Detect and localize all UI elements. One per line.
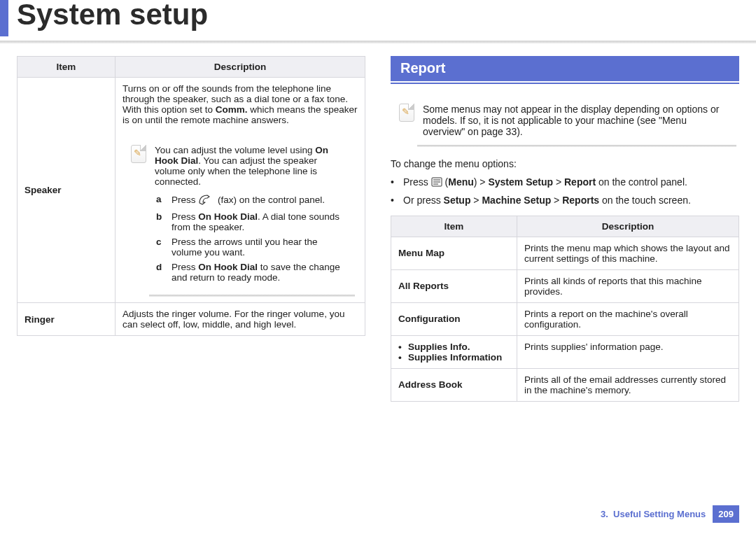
page-title: System setup <box>17 0 208 29</box>
cell-description: Prints all of the email addresses curren… <box>517 368 739 401</box>
left-column: Item Description Speaker Turns on or off… <box>17 56 365 402</box>
section-heading-report: Report <box>391 56 739 81</box>
note-underline <box>417 145 736 147</box>
cell-description: Adjusts the ringer volume. For the ringe… <box>115 303 365 336</box>
cell-item: Supplies Info. Supplies Information <box>391 335 517 368</box>
note-text: You can adjust the volume level using <box>155 145 315 155</box>
variant: Supplies Info. <box>398 342 510 352</box>
txt: > <box>470 195 482 206</box>
txt: Press <box>403 176 431 188</box>
txt: Or press <box>403 195 444 206</box>
chapter-title: Useful Setting Menus <box>613 509 706 519</box>
table-row: Address Book Prints all of the email add… <box>391 368 739 401</box>
table-header-row: Item Description <box>18 57 365 78</box>
col-description: Description <box>517 216 739 237</box>
step-d: Press On Hook Dial to save the change an… <box>167 262 348 283</box>
report-table: Item Description Menu Map Prints the men… <box>391 216 739 402</box>
item-variants: Supplies Info. Supplies Information <box>398 342 510 363</box>
txt: ( <box>442 176 449 188</box>
txt: on the touch screen. <box>599 195 691 206</box>
note-box: You can adjust the volume level using On… <box>122 136 358 297</box>
note-content: Some menus may not appear in the display… <box>423 104 729 137</box>
cell-item: Ringer <box>18 303 115 336</box>
right-column: Report Some menus may not appear in the … <box>391 56 739 402</box>
col-item: Item <box>391 216 517 237</box>
bold: Menu <box>448 176 474 188</box>
variant: Supplies Information <box>398 352 510 363</box>
footer: 3. Useful Setting Menus 209 <box>601 505 739 523</box>
sound-settings-table: Item Description Speaker Turns on or off… <box>17 56 365 336</box>
bold: System Setup <box>488 176 553 188</box>
cell-item: Speaker <box>18 78 115 303</box>
menu-icon <box>431 177 442 189</box>
note-box: Some menus may not appear in the display… <box>391 95 739 147</box>
title-bar: System setup <box>0 0 756 41</box>
title-accent <box>0 0 8 36</box>
cell-item: Address Book <box>391 368 517 401</box>
fax-icon <box>198 194 215 207</box>
step-bold: On Hook Dial <box>198 262 258 272</box>
desc-bold: Comm. <box>216 104 248 115</box>
cell-description: Prints all kinds of reports that this ma… <box>517 269 739 302</box>
cell-description: Prints supplies' information page. <box>517 335 739 368</box>
instruction-list: Press (Menu) > System Setup > Report on … <box>391 176 739 206</box>
cell-item: Configuration <box>391 302 517 335</box>
lead-text: To change the menu options: <box>391 158 739 169</box>
note-icon <box>131 145 146 163</box>
steps-list: Press (fax) on the control panel. Press … <box>155 194 348 283</box>
bold: Setup <box>444 195 471 206</box>
step-c: Press the arrows until you hear the volu… <box>167 237 348 258</box>
step-text: Press <box>172 211 198 222</box>
cell-description: Prints the menu map which shows the layo… <box>517 237 739 269</box>
step-b: Press On Hook Dial. A dial tone sounds f… <box>167 211 348 232</box>
step-text: (fax) on the control panel. <box>218 195 325 205</box>
content-columns: Item Description Speaker Turns on or off… <box>17 56 739 402</box>
step-a: Press (fax) on the control panel. <box>167 194 348 207</box>
bold: Reports <box>562 195 599 206</box>
col-description: Description <box>115 57 365 78</box>
section-rule <box>391 83 739 84</box>
note-icon <box>399 104 414 122</box>
txt: on the control panel. <box>596 176 687 188</box>
table-row: Ringer Adjusts the ringer volume. For th… <box>18 303 365 336</box>
chapter-num: 3. <box>601 509 608 519</box>
col-item: Item <box>18 57 115 78</box>
table-header-row: Item Description <box>391 216 739 237</box>
note-underline <box>149 295 355 297</box>
cell-item: All Reports <box>391 269 517 302</box>
txt: ) > <box>474 176 489 188</box>
bold: Machine Setup <box>482 195 551 206</box>
step-text: Press <box>172 195 198 205</box>
txt: > <box>551 195 562 206</box>
table-row: All Reports Prints all kinds of reports … <box>391 269 739 302</box>
footer-chapter: 3. Useful Setting Menus <box>601 509 706 519</box>
instruction-item: Press (Menu) > System Setup > Report on … <box>400 176 739 189</box>
cell-description: Prints a report on the machine's overall… <box>517 302 739 335</box>
note-content: You can adjust the volume level using On… <box>155 145 348 287</box>
txt: > <box>553 176 564 188</box>
bold: Report <box>564 176 596 188</box>
cell-item: Menu Map <box>391 237 517 269</box>
table-row: Speaker Turns on or off the sounds from … <box>18 78 365 303</box>
instruction-item: Or press Setup > Machine Setup > Reports… <box>400 195 739 206</box>
step-text: Press <box>172 262 198 272</box>
table-row: Menu Map Prints the menu map which shows… <box>391 237 739 269</box>
page-number: 209 <box>713 505 739 523</box>
step-bold: On Hook Dial <box>198 211 258 222</box>
table-row: Supplies Info. Supplies Information Prin… <box>391 335 739 368</box>
table-row: Configuration Prints a report on the mac… <box>391 302 739 335</box>
cell-description: Turns on or off the sounds from the tele… <box>115 78 365 303</box>
title-divider <box>0 41 756 43</box>
